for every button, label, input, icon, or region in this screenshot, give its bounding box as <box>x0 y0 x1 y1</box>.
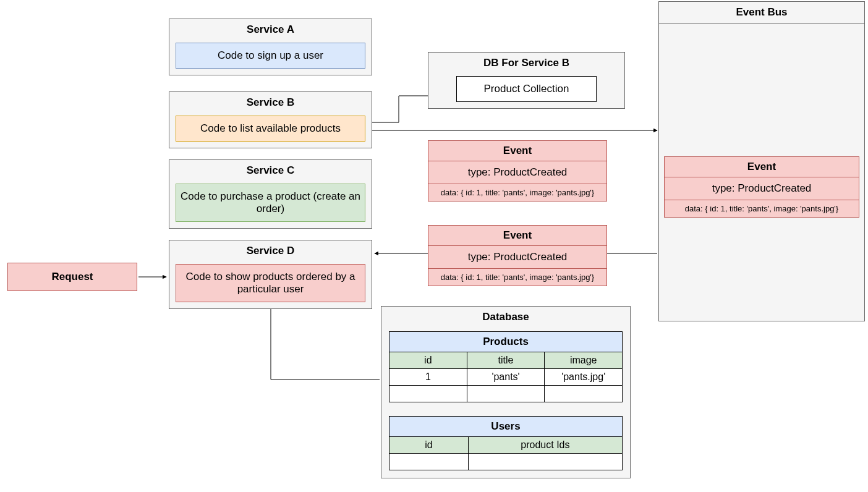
service-a: Service A Code to sign up a user <box>169 19 372 75</box>
products-cell-id: 1 <box>389 369 467 386</box>
users-headers: id product Ids <box>389 437 622 454</box>
service-a-code: Code to sign up a user <box>176 43 365 69</box>
service-b: Service B Code to list available product… <box>169 91 372 148</box>
event-outgoing: Event type: ProductCreated data: { id: 1… <box>428 140 607 201</box>
event-bus-event-data: data: { id: 1, title: 'pants', image: 'p… <box>665 200 859 217</box>
products-header-title: title <box>467 352 545 369</box>
event2-title: Event <box>428 226 606 246</box>
service-c-title: Service C <box>169 160 372 181</box>
service-b-code: Code to list available products <box>176 116 365 142</box>
event-incoming: Event type: ProductCreated data: { id: 1… <box>428 225 607 286</box>
products-row-2 <box>389 386 622 402</box>
product-collection: Product Collection <box>456 76 597 102</box>
users-row-1 <box>389 454 622 470</box>
products-header-id: id <box>389 352 467 369</box>
users-header-id: id <box>389 437 469 454</box>
products-title: Products <box>389 332 622 352</box>
products-headers: id title image <box>389 352 622 369</box>
db-for-service-b-title: DB For Service B <box>428 53 624 74</box>
service-c: Service C Code to purchase a product (cr… <box>169 159 372 229</box>
event-bus-title: Event Bus <box>659 2 864 23</box>
users-title: Users <box>389 417 622 437</box>
event-bus-event-title: Event <box>665 157 859 177</box>
products-table: Products id title image 1 'pants' 'pants… <box>389 331 623 402</box>
database-title: Database <box>381 307 630 328</box>
products-cell-title: 'pants' <box>467 369 545 386</box>
service-d: Service D Code to show products ordered … <box>169 240 372 309</box>
event1-data: data: { id: 1, title: 'pants', image: 'p… <box>428 184 606 201</box>
event1-type: type: ProductCreated <box>428 161 606 184</box>
event1-title: Event <box>428 141 606 161</box>
database: Database Products id title image 1 'pant… <box>381 306 631 478</box>
event2-type: type: ProductCreated <box>428 246 606 269</box>
event-bus-event-type: type: ProductCreated <box>665 177 859 200</box>
db-for-service-b: DB For Service B Product Collection <box>428 52 625 109</box>
products-cell-image: 'pants.jpg' <box>545 369 622 386</box>
service-c-code: Code to purchase a product (create an or… <box>176 184 365 222</box>
event-bus-event: Event type: ProductCreated data: { id: 1… <box>664 156 859 218</box>
event2-data: data: { id: 1, title: 'pants', image: 'p… <box>428 269 606 286</box>
service-d-code: Code to show products ordered by a parti… <box>176 264 365 302</box>
request-box: Request <box>7 263 137 291</box>
products-header-image: image <box>545 352 622 369</box>
products-row-1: 1 'pants' 'pants.jpg' <box>389 369 622 386</box>
users-table: Users id product Ids <box>389 416 623 470</box>
service-b-title: Service B <box>169 92 372 113</box>
service-d-title: Service D <box>169 240 372 261</box>
users-header-pids: product Ids <box>469 437 622 454</box>
event-bus: Event Bus Event type: ProductCreated dat… <box>658 1 865 321</box>
service-a-title: Service A <box>169 19 372 40</box>
